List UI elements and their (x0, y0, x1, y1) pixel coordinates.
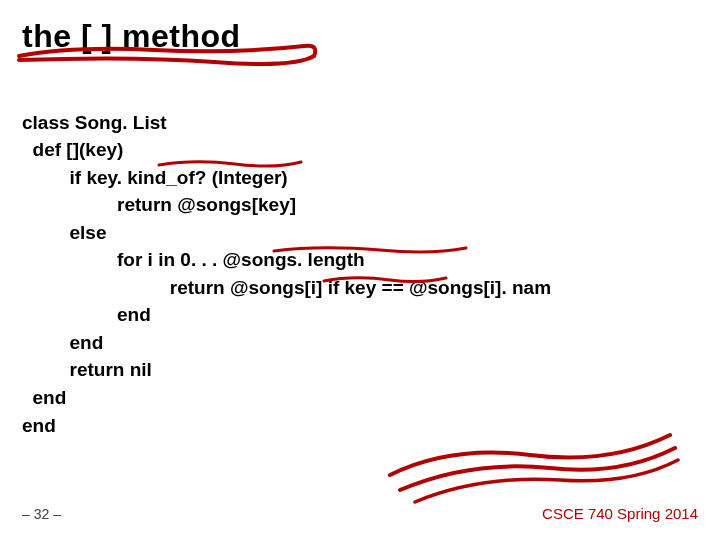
code-line: end (22, 304, 151, 325)
code-line: return @songs[key] (22, 194, 296, 215)
code-block: class Song. List def [](key) if key. kin… (22, 81, 698, 467)
code-line: end (22, 387, 66, 408)
code-line: else (22, 222, 107, 243)
code-line: return @songs[i] if key == @songs[i]. na… (22, 277, 551, 298)
course-label: CSCE 740 Spring 2014 (542, 505, 698, 522)
code-line: for i in 0. . . @songs. length (22, 249, 365, 270)
code-line: class Song. List (22, 112, 167, 133)
code-line: if key. kind_of? (Integer) (22, 167, 288, 188)
code-line: def [](key) (22, 139, 123, 160)
page-number: – 32 – (22, 506, 61, 522)
slide-title: the [ ] method (22, 18, 698, 55)
slide: the [ ] method class Song. List def [](k… (0, 0, 720, 540)
code-line: end (22, 332, 103, 353)
code-line: end (22, 415, 56, 436)
code-line: return nil (22, 359, 152, 380)
